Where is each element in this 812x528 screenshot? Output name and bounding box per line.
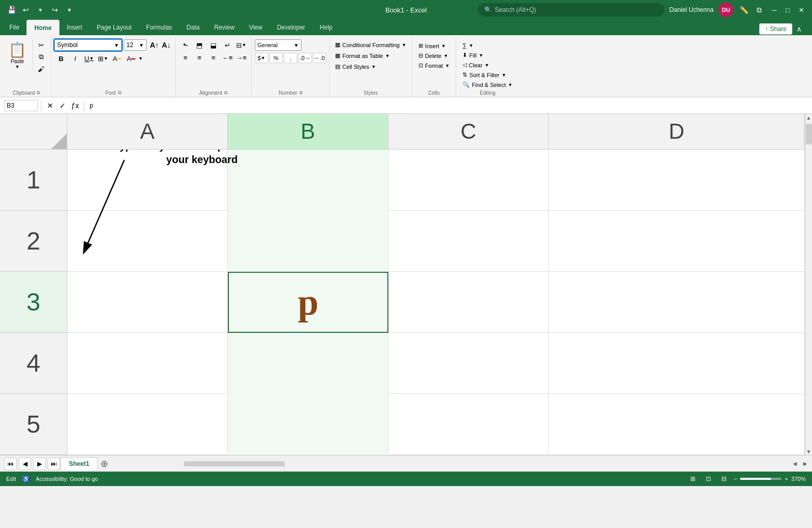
collapse-ribbon-button[interactable]: ∧ (792, 23, 806, 35)
scroll-down-button[interactable]: ▼ (805, 448, 813, 455)
confirm-entry-button[interactable]: ✓ (57, 100, 68, 111)
zoom-in-button[interactable]: + (785, 476, 788, 482)
add-sheet-button[interactable]: ⊕ (98, 458, 110, 470)
row-header-5[interactable]: 5 (0, 394, 67, 455)
decimal-decrease-button[interactable]: ←.0 (313, 53, 326, 63)
cell-b1[interactable] (228, 150, 388, 211)
cell-styles-button[interactable]: ▤ Cell Styles ▼ (333, 62, 409, 71)
cell-c5[interactable] (388, 394, 549, 455)
tab-developer[interactable]: Developer (270, 20, 313, 35)
col-header-c[interactable]: C (388, 114, 549, 149)
tab-page-layout[interactable]: Page Layout (90, 20, 139, 35)
alignment-expander[interactable]: ⧉ (224, 90, 227, 96)
cancel-entry-button[interactable]: ✕ (45, 100, 56, 111)
scroll-track[interactable] (805, 121, 813, 448)
percent-button[interactable]: % (269, 53, 283, 63)
sheet-tab-1[interactable]: Sheet1 (60, 457, 98, 471)
restore-down-icon[interactable]: ⧉ (754, 5, 764, 15)
align-top-right-button[interactable]: ⬓ (207, 39, 220, 51)
normal-view-button[interactable]: ⊞ (687, 474, 699, 483)
formula-input[interactable]: p (88, 102, 808, 109)
sheet-nav-prev[interactable]: ◀ (19, 458, 31, 470)
vertical-scrollbar[interactable]: ▲ ▼ (805, 114, 812, 455)
conditional-formatting-button[interactable]: ▦ Conditional Formatting ▼ (333, 40, 409, 49)
redo-icon[interactable]: ↪ (50, 5, 60, 15)
delete-button[interactable]: ⊟ Delete ▼ (415, 51, 453, 60)
tab-review[interactable]: Review (207, 20, 241, 35)
tab-view[interactable]: View (242, 20, 270, 35)
cell-b3[interactable]: p (228, 272, 388, 333)
row-header-4[interactable]: 4 (0, 333, 67, 394)
align-center-button[interactable]: ≡ (193, 52, 206, 63)
search-bar[interactable]: 🔍 Search (Alt+Q) (478, 3, 664, 17)
insert-button[interactable]: ⊞ Insert ▼ (415, 41, 453, 50)
horizontal-scroll-track[interactable] (117, 460, 788, 467)
page-layout-view-button[interactable]: ⊡ (703, 474, 714, 483)
cell-d5[interactable] (549, 394, 805, 455)
maximize-button[interactable]: □ (783, 5, 792, 14)
row-header-3[interactable]: 3 (0, 272, 67, 333)
cell-d2[interactable] (549, 211, 805, 272)
cell-a1[interactable]: Type in Symbol then press Enter on your … (67, 150, 228, 211)
cell-b4[interactable] (228, 333, 388, 394)
sheet-nav-next[interactable]: ▶ (33, 458, 46, 470)
cell-d1[interactable] (549, 150, 805, 211)
cell-d3[interactable] (549, 272, 805, 333)
indent-increase-button[interactable]: →≡ (235, 52, 248, 63)
col-header-a[interactable]: A (67, 114, 228, 149)
zoom-slider[interactable] (740, 478, 781, 480)
align-right-button[interactable]: ≡ (207, 52, 220, 63)
undo-icon[interactable]: ↩ (21, 5, 31, 15)
fill-color-button[interactable]: A▬ (110, 53, 124, 64)
scroll-thumb[interactable] (806, 124, 812, 144)
hscroll-right-button[interactable]: ▶ (801, 459, 810, 468)
find-select-button[interactable]: 🔍 Find & Select ▼ (459, 80, 515, 89)
cell-b2[interactable] (228, 211, 388, 272)
cell-c2[interactable] (388, 211, 549, 272)
align-top-center-button[interactable]: ⬒ (193, 39, 206, 51)
sort-filter-button[interactable]: ⇅ Sort & Filter ▼ (459, 70, 515, 79)
format-as-table-button[interactable]: ▦ Format as Table ▼ (333, 51, 409, 60)
tab-insert[interactable]: Insert (60, 20, 90, 35)
fill-button[interactable]: ⬇ Fill ▼ (459, 51, 515, 60)
corner-cell[interactable] (0, 114, 67, 149)
page-break-view-button[interactable]: ⊟ (718, 474, 730, 483)
decimal-increase-button[interactable]: .0→ (298, 53, 312, 63)
merge-button[interactable]: ⊟▼ (235, 39, 248, 51)
undo-dropdown-icon[interactable]: ▼ (35, 5, 46, 15)
format-button[interactable]: ⊡ Format ▼ (415, 61, 453, 70)
cell-a3[interactable] (67, 272, 228, 333)
minimize-button[interactable]: ─ (770, 5, 779, 14)
sheet-nav-last[interactable]: ⏭ (48, 458, 60, 470)
italic-button[interactable]: I (68, 53, 82, 64)
wrap-text-button[interactable]: ↵ (221, 39, 234, 51)
border-button[interactable]: ⊞▼ (96, 53, 110, 64)
pen-icon[interactable]: ✏️ (738, 5, 749, 15)
tab-home[interactable]: Home (26, 20, 59, 35)
cell-a4[interactable] (67, 333, 228, 394)
align-top-left-button[interactable]: ⬑ (179, 39, 192, 51)
tab-file[interactable]: File (2, 20, 26, 35)
tab-data[interactable]: Data (179, 20, 207, 35)
comma-button[interactable]: , (284, 53, 297, 63)
font-decrease-button[interactable]: A↓ (161, 39, 172, 51)
font-size-selector[interactable]: 12 ▼ (124, 39, 147, 51)
sum-button[interactable]: ∑ ▼ (459, 41, 515, 50)
cell-reference-box[interactable]: B3 (4, 100, 38, 111)
sheet-nav-first[interactable]: ⏮ (4, 458, 17, 470)
close-button[interactable]: ✕ (796, 5, 806, 14)
cell-d4[interactable] (549, 333, 805, 394)
align-left-button[interactable]: ≡ (179, 52, 192, 63)
copy-button[interactable]: ⧉ (34, 51, 48, 63)
cell-a2[interactable] (67, 211, 228, 272)
currency-button[interactable]: $▼ (255, 53, 268, 63)
font-expander[interactable]: ⧉ (118, 90, 121, 96)
number-format-selector[interactable]: General ▼ (255, 39, 301, 51)
bold-button[interactable]: B (54, 53, 68, 64)
underline-button[interactable]: U ▼ (82, 53, 96, 64)
font-name-selector[interactable]: Symbol ▼ (54, 39, 122, 51)
tab-help[interactable]: Help (312, 20, 340, 35)
scroll-up-button[interactable]: ▲ (805, 114, 813, 121)
clipboard-expander[interactable]: ⧉ (37, 90, 40, 96)
paste-button[interactable]: 📋 Paste ▼ (5, 39, 30, 71)
